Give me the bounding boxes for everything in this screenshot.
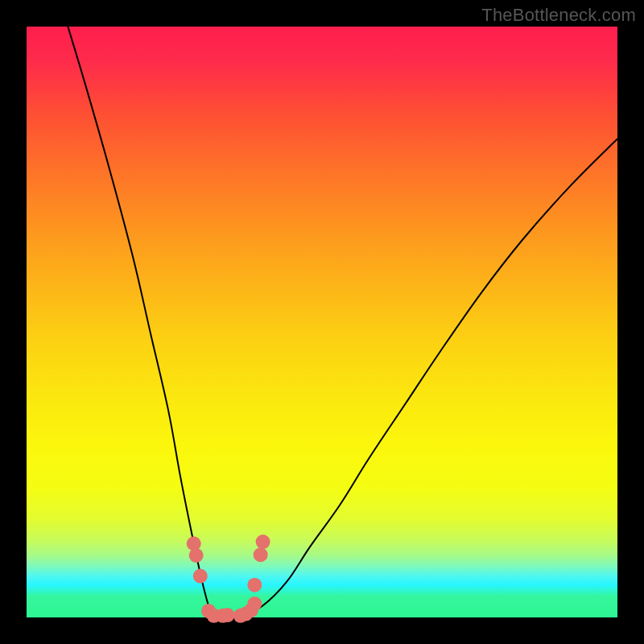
dots-layer xyxy=(187,535,270,623)
dots-left-point xyxy=(189,548,204,563)
dots-right-point xyxy=(256,535,270,549)
plot-area xyxy=(27,27,617,617)
dots-right-point xyxy=(247,597,262,611)
lines-layer xyxy=(68,27,617,617)
dots-left-point xyxy=(221,608,235,622)
dots-left-point xyxy=(193,569,208,584)
watermark-text: TheBottleneck.com xyxy=(481,5,636,26)
right-curve xyxy=(233,138,617,616)
dots-right-point xyxy=(254,547,268,562)
dots-right-point xyxy=(247,578,262,592)
left-curve xyxy=(68,27,233,617)
chart-svg xyxy=(27,27,617,617)
chart-frame: TheBottleneck.com xyxy=(0,0,644,644)
